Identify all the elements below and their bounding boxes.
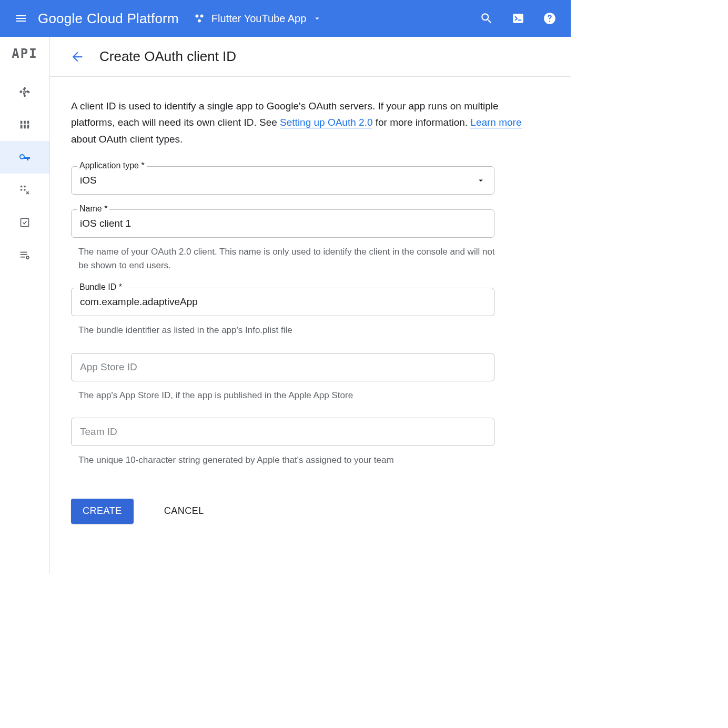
- dashboard-icon: [19, 86, 31, 98]
- project-name: Flutter YouTube App: [211, 13, 307, 25]
- brand: Google Cloud Platform: [38, 11, 179, 27]
- cloud-shell-button[interactable]: [510, 10, 527, 27]
- menu-button[interactable]: [8, 6, 34, 31]
- svg-rect-18: [21, 219, 29, 227]
- bundle-id-help: The bundle identifier as listed in the a…: [78, 323, 502, 337]
- bundle-id-input[interactable]: [80, 296, 486, 308]
- app-store-id-help: The app's App Store ID, if the app is pu…: [78, 389, 502, 402]
- page-title: Create OAuth client ID: [99, 48, 236, 65]
- svg-point-0: [195, 14, 198, 17]
- chevron-down-icon: [476, 176, 486, 185]
- name-label: Name *: [77, 204, 109, 214]
- sidebar-item-oauth-consent[interactable]: [0, 174, 49, 206]
- sidebar-item-dashboard[interactable]: [0, 76, 49, 108]
- sidebar-item-domain-verification[interactable]: [0, 206, 49, 239]
- svg-point-22: [26, 256, 29, 259]
- app-type-label: Application type *: [77, 161, 147, 170]
- svg-rect-13: [21, 124, 29, 125]
- svg-rect-21: [21, 257, 25, 258]
- help-icon: [543, 12, 557, 25]
- project-selector[interactable]: Flutter YouTube App: [194, 13, 322, 25]
- sidebar-item-library[interactable]: [0, 108, 49, 141]
- chevron-down-icon: [312, 14, 322, 23]
- arrow-left-icon: [70, 49, 85, 64]
- project-icon: [194, 13, 205, 24]
- hamburger-icon: [15, 12, 27, 25]
- cancel-button[interactable]: CANCEL: [153, 499, 216, 524]
- svg-point-1: [200, 14, 203, 17]
- sidebar: API: [0, 37, 50, 573]
- library-icon: [19, 119, 31, 130]
- brand-rest: Cloud Platform: [87, 11, 179, 27]
- svg-rect-20: [21, 254, 27, 255]
- svg-rect-6: [23, 95, 26, 97]
- search-button[interactable]: [478, 10, 495, 27]
- actions: CREATE CANCEL: [71, 499, 544, 524]
- checkbox-icon: [19, 217, 30, 228]
- search-icon: [480, 12, 493, 25]
- sidebar-item-page-usage[interactable]: [0, 239, 49, 271]
- create-button[interactable]: CREATE: [71, 499, 134, 524]
- page-header: Create OAuth client ID: [50, 37, 571, 77]
- help-button[interactable]: [541, 10, 558, 27]
- svg-point-16: [21, 189, 23, 191]
- svg-rect-19: [21, 252, 27, 253]
- team-id-input[interactable]: [80, 426, 486, 438]
- list-settings-icon: [19, 249, 31, 261]
- app-store-id-input[interactable]: [80, 361, 486, 373]
- bundle-id-label: Bundle ID *: [77, 282, 124, 292]
- name-input[interactable]: [80, 218, 486, 229]
- cloud-shell-icon: [511, 12, 525, 25]
- sidebar-api-label: API: [12, 46, 37, 61]
- link-learn-more[interactable]: Learn more: [470, 117, 521, 128]
- intro-text: A client ID is used to identify a single…: [71, 98, 544, 147]
- content: A client ID is used to identify a single…: [50, 77, 565, 545]
- topbar: Google Cloud Platform Flutter YouTube Ap…: [0, 0, 571, 37]
- back-button[interactable]: [67, 46, 88, 67]
- link-setting-up-oauth[interactable]: Setting up OAuth 2.0: [280, 117, 372, 128]
- app-type-select[interactable]: iOS: [71, 166, 494, 195]
- svg-rect-3: [513, 14, 523, 23]
- app-type-value: iOS: [80, 175, 97, 186]
- topbar-actions: [478, 10, 558, 27]
- brand-google: Google: [38, 11, 83, 27]
- svg-point-14: [21, 186, 23, 188]
- consent-icon: [19, 184, 31, 196]
- intro-part3: about OAuth client types.: [71, 134, 183, 145]
- intro-part2: for more information.: [372, 117, 470, 128]
- svg-point-15: [24, 186, 26, 188]
- team-id-help: The unique 10-character string generated…: [78, 453, 502, 467]
- svg-point-17: [24, 189, 26, 191]
- svg-point-2: [198, 19, 201, 23]
- main: Create OAuth client ID A client ID is us…: [50, 37, 571, 573]
- sidebar-item-credentials[interactable]: [0, 141, 49, 174]
- key-icon: [18, 151, 31, 164]
- name-help: The name of your OAuth 2.0 client. This …: [78, 245, 502, 272]
